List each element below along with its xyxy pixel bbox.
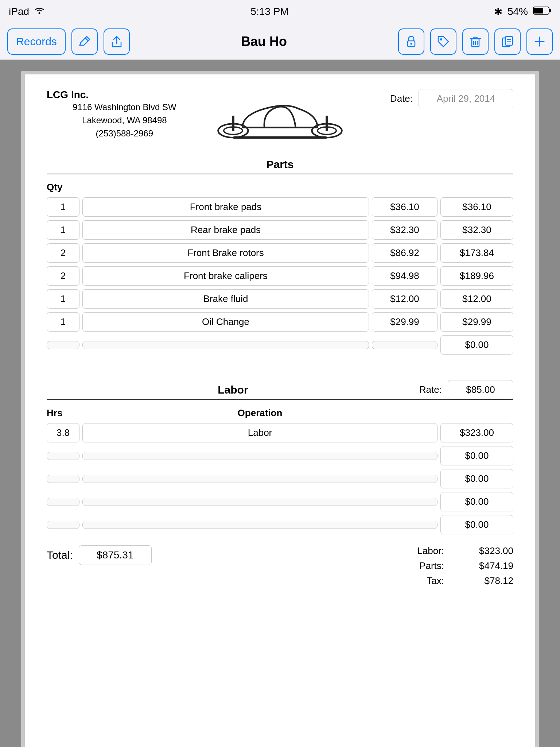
share-button[interactable] (104, 28, 130, 55)
rate-label: Rate: (419, 384, 442, 395)
parts-price-cell[interactable]: $32.30 (372, 220, 438, 240)
parts-price-cell[interactable] (372, 341, 438, 349)
labor-total-row: Labor: $323.00 (408, 545, 513, 557)
svg-rect-3 (534, 8, 543, 13)
labor-row: 3.8 Labor $323.00 (47, 423, 513, 442)
labor-op-cell[interactable] (82, 521, 438, 529)
copy-button[interactable] (494, 28, 521, 55)
labor-row-total-cell[interactable]: $323.00 (440, 423, 513, 442)
labor-hrs-header: Hrs (47, 407, 79, 419)
parts-total-cell[interactable]: $0.00 (440, 335, 513, 355)
parts-row: 2 Front Brake rotors $86.92 $173.84 (47, 243, 513, 263)
parts-qty-cell[interactable]: 2 (47, 266, 79, 286)
doc-header: LCG Inc. 9116 Washington Blvd SW Lakewoo… (47, 89, 513, 147)
date-value[interactable]: April 29, 2014 (419, 89, 513, 108)
svg-rect-16 (233, 136, 327, 139)
labor-row: $0.00 (47, 515, 513, 534)
parts-row: 2 Front brake calipers $94.98 $189.96 (47, 266, 513, 286)
svg-rect-12 (232, 116, 234, 131)
labor-hrs-cell[interactable] (47, 452, 79, 460)
svg-rect-15 (326, 116, 328, 131)
svg-point-0 (39, 12, 40, 14)
battery-icon (533, 6, 551, 18)
labor-row-total-cell[interactable]: $0.00 (440, 492, 513, 511)
parts-qty-cell[interactable] (47, 341, 79, 349)
labor-row-total-cell[interactable]: $0.00 (440, 469, 513, 488)
toolbar-right-buttons (398, 28, 553, 55)
labor-hrs-cell[interactable] (47, 521, 79, 529)
labor-row-total-cell[interactable]: $0.00 (440, 446, 513, 465)
parts-total-value: $474.19 (455, 560, 513, 572)
page-inner: LCG Inc. 9116 Washington Blvd SW Lakewoo… (25, 74, 535, 747)
car-logo (202, 89, 358, 147)
company-name: LCG Inc. (47, 89, 202, 101)
labor-op-cell[interactable]: Labor (82, 423, 438, 442)
company-info: LCG Inc. 9116 Washington Blvd SW Lakewoo… (47, 89, 202, 140)
svg-point-6 (440, 38, 442, 40)
parts-row: 1 Rear brake pads $32.30 $32.30 (47, 220, 513, 240)
parts-price-cell[interactable]: $94.98 (372, 266, 438, 286)
labor-op-cell[interactable] (82, 452, 438, 460)
labor-row-total-cell[interactable]: $0.00 (440, 515, 513, 534)
parts-qty-cell[interactable]: 1 (47, 220, 79, 240)
add-button[interactable] (526, 28, 553, 55)
total-left: Total: $875.31 (47, 545, 152, 565)
labor-op-header: Operation (82, 407, 438, 419)
parts-price-cell[interactable]: $29.99 (372, 312, 438, 332)
parts-qty-cell[interactable]: 1 (47, 197, 79, 217)
device-label: iPad (9, 6, 29, 18)
parts-desc-cell[interactable]: Rear brake pads (82, 220, 369, 240)
parts-row: 1 Brake fluid $12.00 $12.00 (47, 289, 513, 309)
delete-button[interactable] (462, 28, 489, 55)
parts-desc-cell[interactable]: Front brake calipers (82, 266, 369, 286)
parts-qty-cell[interactable]: 1 (47, 312, 79, 332)
records-button[interactable]: Records (7, 28, 66, 55)
total-right: Labor: $323.00 Parts: $474.19 Tax: $78.1… (408, 545, 513, 590)
labor-op-cell[interactable] (82, 475, 438, 483)
time-display: 5:13 PM (250, 6, 288, 18)
parts-total-cell[interactable]: $189.96 (440, 266, 513, 286)
date-area: Date: April 29, 2014 (358, 89, 513, 108)
parts-qty-cell[interactable]: 2 (47, 243, 79, 263)
labor-hrs-cell[interactable] (47, 498, 79, 506)
parts-qty-header: Qty (47, 182, 513, 193)
labor-hrs-cell[interactable] (47, 475, 79, 483)
total-label: Total: (47, 549, 73, 561)
parts-row: 1 Front brake pads $36.10 $36.10 (47, 197, 513, 217)
parts-desc-cell[interactable]: Front brake pads (82, 197, 369, 217)
labor-col-headers: Hrs Operation (47, 407, 513, 419)
parts-price-cell[interactable]: $86.92 (372, 243, 438, 263)
lock-button[interactable] (398, 28, 424, 55)
parts-total-cell[interactable]: $32.30 (440, 220, 513, 240)
labor-op-cell[interactable] (82, 498, 438, 506)
parts-desc-cell[interactable]: Front Brake rotors (82, 243, 369, 263)
parts-desc-cell[interactable]: Oil Change (82, 312, 369, 332)
parts-price-cell[interactable]: $12.00 (372, 289, 438, 309)
parts-price-cell[interactable]: $36.10 (372, 197, 438, 217)
wifi-icon (34, 6, 45, 18)
parts-desc-cell[interactable] (82, 341, 369, 349)
rate-area: Rate: $85.00 (419, 380, 513, 399)
document-title: Bau Ho (136, 34, 392, 49)
parts-total-cell[interactable]: $12.00 (440, 289, 513, 309)
parts-qty-cell[interactable]: 1 (47, 289, 79, 309)
rate-value[interactable]: $85.00 (448, 380, 513, 399)
parts-row: 1 Oil Change $29.99 $29.99 (47, 312, 513, 332)
bluetooth-icon: ✱ (494, 6, 502, 18)
svg-point-5 (411, 43, 412, 44)
parts-section: Parts Qty 1 Front brake pads $36.10 $36.… (47, 158, 513, 355)
parts-total-label: Parts: (408, 560, 444, 572)
edit-button[interactable] (71, 28, 98, 55)
parts-total-cell[interactable]: $173.84 (440, 243, 513, 263)
parts-desc-cell[interactable]: Brake fluid (82, 289, 369, 309)
labor-row: $0.00 (47, 446, 513, 465)
parts-total-cell[interactable]: $36.10 (440, 197, 513, 217)
totals-section: Total: $875.31 Labor: $323.00 Parts: $47… (47, 545, 513, 590)
parts-total-row: Parts: $474.19 (408, 560, 513, 572)
toolbar: Records Bau Ho (0, 23, 560, 60)
tag-button[interactable] (430, 28, 456, 55)
parts-total-cell[interactable]: $29.99 (440, 312, 513, 332)
labor-hrs-cell[interactable]: 3.8 (47, 423, 79, 442)
parts-rows: 1 Front brake pads $36.10 $36.10 1 Rear … (47, 197, 513, 355)
total-value[interactable]: $875.31 (79, 545, 152, 565)
